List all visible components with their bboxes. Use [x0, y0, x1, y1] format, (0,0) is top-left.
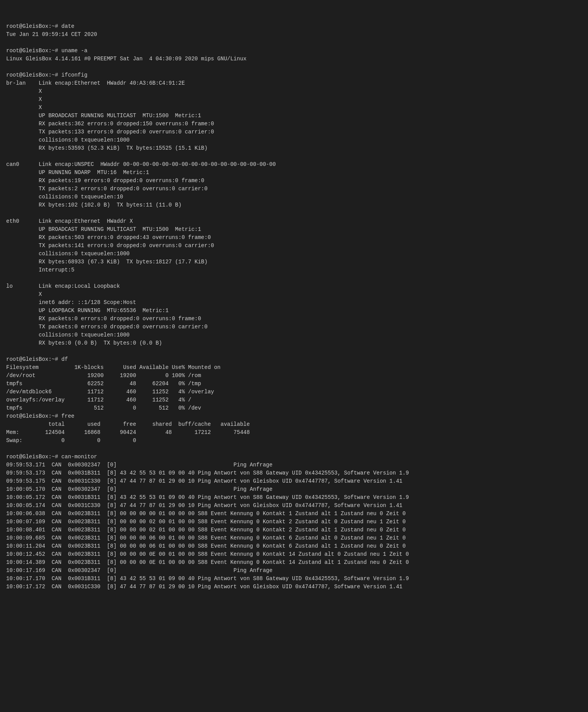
terminal-content: root@GleisBox:~# date Tue Jan 21 09:59:1… — [6, 23, 409, 590]
terminal-output: { "terminal": { "lines": [ "root@GleisBo… — [6, 6, 582, 591]
